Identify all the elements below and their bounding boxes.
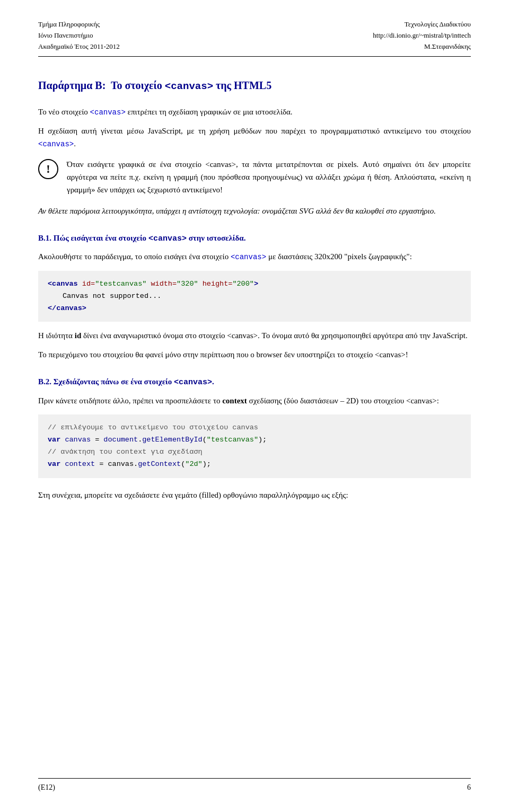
section-b2-para2: Στη συνέχεια, μπορείτε να σχεδιάσετε ένα… [38, 489, 471, 501]
course-line1: Τεχνολογίες Διαδικτύου [373, 19, 471, 30]
code2-line2: var context = canvas.getContext("2d"); [48, 458, 461, 471]
code2-var2: var [48, 460, 60, 468]
code-val-id: "testcanvas" [95, 280, 146, 288]
code2-getcontext: getContext [138, 460, 181, 468]
section-b2-para1: Πριν κάνετε οτιδήποτε άλλο, πρέπει να πρ… [38, 394, 471, 407]
b1-id-bold: id [75, 331, 82, 340]
code-line-3: </canvas> [48, 303, 461, 315]
section-b2-heading: Β.2. Σχεδιάζοντας πάνω σε ένα στοιχείο <… [38, 376, 471, 389]
main-title: Παράρτημα Β: Το στοιχείο <canvas> της HT… [38, 78, 471, 94]
code-attr-height: height= [203, 280, 233, 288]
warning-icon: ! [38, 159, 58, 179]
b2-context-bold: context [222, 396, 247, 405]
canvas-tag-ref1: <canvas> [90, 108, 126, 117]
code2-val2: "2d" [185, 460, 202, 468]
b1-canvas-tag: <canvas> [148, 234, 187, 243]
warning-bold: δεν μπορείτε [428, 160, 471, 169]
code-kw-endcanvas: </canvas> [48, 304, 86, 312]
code-kw-close: > [254, 280, 258, 288]
code-block-1: <canvas id="testcanvas" width="320" heig… [38, 271, 471, 322]
warning-text: Όταν εισάγετε γραφικά σε ένα στοιχείο <c… [67, 158, 471, 196]
course-line3: Μ.Στεφανιδάκης [373, 41, 471, 52]
page-footer: (E12) 6 [38, 778, 471, 793]
code-line-2: Canvas not supported... [63, 290, 461, 303]
section-b1-para3: Το περιεχόμενο του στοιχείου θα φανεί μό… [38, 348, 471, 361]
footer-right: 6 [467, 782, 471, 793]
code-line-1: <canvas id="testcanvas" width="320" heig… [48, 278, 461, 290]
code2-line1: var canvas = document.getElementById("te… [48, 434, 461, 446]
page: Τμήμα Πληροφορικής Ιόνιο Πανεπιστήμιο Ακ… [0, 0, 509, 812]
footer-left: (E12) [38, 782, 55, 793]
code2-canvas-name: canvas [65, 436, 91, 444]
page-header: Τμήμα Πληροφορικής Ιόνιο Πανεπιστήμιο Ακ… [38, 19, 471, 57]
institution-line3: Ακαδημαϊκό Έτος 2011-2012 [38, 41, 120, 52]
code2-val1: "testcanvas" [207, 436, 258, 444]
institution-line1: Τμήμα Πληροφορικής [38, 19, 120, 30]
intro-paragraph-2: Η σχεδίαση αυτή γίνεται μέσω JavaScript,… [38, 125, 471, 150]
intro-paragraph-1: Το νέο στοιχείο <canvas> επιτρέπει τη σχ… [38, 105, 471, 118]
code2-document: document [103, 436, 138, 444]
title-canvas-tag: <canvas> [165, 81, 213, 92]
section-b1-para2: Η ιδιότητα id δίνει ένα αναγνωριστικό όν… [38, 329, 471, 342]
course-line2: http://di.ionio.gr/~mistral/tp/inttech [373, 30, 471, 41]
header-left: Τμήμα Πληροφορικής Ιόνιο Πανεπιστήμιο Ακ… [38, 19, 120, 52]
warning-bold-italic: εκείνη η γραμμή (που πρόσθεσα προηγουμέν… [143, 173, 390, 181]
code-kw-canvas: <canvas [48, 280, 78, 288]
code2-context-name: context [65, 460, 95, 468]
code2-comment1: // επιλέγουμε το αντικείμενο του στοιχεί… [48, 422, 461, 434]
code-attr-width: width= [151, 280, 177, 288]
code2-comment2: // ανάκτηση του context για σχεδίαση [48, 446, 461, 458]
institution-line2: Ιόνιο Πανεπιστήμιο [38, 30, 120, 41]
b2-canvas-tag: <canvas> [174, 378, 212, 387]
code-val-height: "200" [232, 280, 254, 288]
section-b1-heading: Β.1. Πώς εισάγεται ένα στοιχείο <canvas>… [38, 232, 471, 245]
section-b1-para1: Ακολουθήστε το παράδειγμα, το οποίο εισά… [38, 250, 471, 263]
b1-canvas-ref: <canvas> [231, 253, 266, 261]
code-attr-id: id= [82, 280, 95, 288]
code-val-width: "320" [177, 280, 198, 288]
canvas-tag-warning: <canvas> [205, 160, 236, 169]
code2-getbyid: getElementById [142, 436, 202, 444]
warning-block: ! Όταν εισάγετε γραφικά σε ένα στοιχείο … [38, 158, 471, 196]
code-block-2: // επιλέγουμε το αντικείμενο του στοιχεί… [38, 414, 471, 478]
canvas-tag-ref2: <canvas> [38, 140, 74, 148]
italic-block: Αν θέλετε παρόμοια λειτουργικότητα, υπάρ… [38, 205, 471, 217]
header-right: Τεχνολογίες Διαδικτύου http://di.ionio.g… [373, 19, 471, 52]
code2-var1: var [48, 436, 60, 444]
